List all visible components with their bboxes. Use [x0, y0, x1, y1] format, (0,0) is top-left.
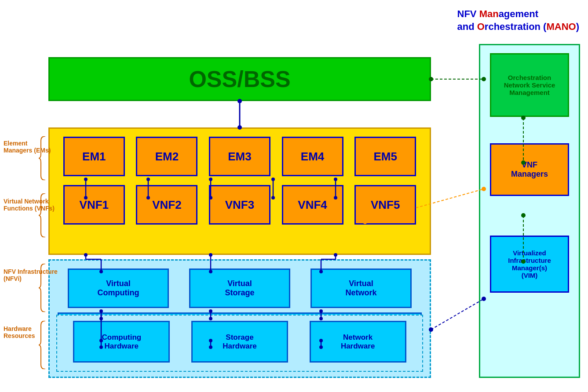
vnf-managers-label: VNFManagers [511, 160, 548, 179]
vim-label: VirtualizedInfrastructureManager(s)(VIM) [508, 249, 551, 279]
em2-box: EM2 [136, 137, 197, 176]
virtual-computing-box: VirtualComputing [68, 269, 169, 308]
hw-brace-icon [39, 321, 47, 369]
svg-line-63 [431, 299, 484, 330]
vnf5-box: VNF5 [354, 185, 416, 225]
orchestration-box: OrchestrationNetwork ServiceManagement [490, 53, 569, 117]
em3-box: EM3 [209, 137, 270, 176]
oss-bss-box: OSS/BSS [48, 57, 431, 101]
nfvi-brace-icon [39, 264, 47, 312]
computing-hw-box: ComputingHardware [73, 321, 170, 363]
orchestration-label: OrchestrationNetwork ServiceManagement [504, 74, 555, 96]
em-brace-icon [39, 136, 47, 180]
vim-box: VirtualizedInfrastructureManager(s)(VIM) [490, 236, 569, 293]
vnf-brace-icon [39, 193, 47, 237]
hw-row: ComputingHardware StorageHardware Networ… [57, 316, 422, 368]
vnf4-box: VNF4 [282, 185, 343, 225]
title-nfv: NFV [457, 8, 479, 19]
virtual-network-box: VirtualNetwork [310, 269, 412, 308]
title-close: ) [576, 21, 579, 32]
em-vnf-container: EM1 EM2 EM3 EM4 EM5 VNF1 VNF2 VNF3 VNF4 … [48, 127, 431, 255]
virtual-storage-box: VirtualStorage [189, 269, 290, 308]
vnf1-box: VNF1 [63, 185, 125, 225]
title-agement: agement [499, 8, 538, 19]
virtual-row: VirtualComputing VirtualStorage VirtualN… [50, 261, 430, 312]
nfvi-label: NFV Infrastructure(NFVi) [4, 268, 58, 282]
hw-container: ComputingHardware StorageHardware Networ… [56, 315, 423, 372]
network-hw-box: NetworkHardware [310, 321, 406, 363]
vnf2-box: VNF2 [136, 185, 197, 225]
em-row: EM1 EM2 EM3 EM4 EM5 [50, 129, 430, 178]
em1-box: EM1 [63, 137, 125, 176]
title-mano: MANO [546, 21, 576, 32]
storage-hw-box: StorageHardware [191, 321, 288, 363]
title-o: O [477, 21, 485, 32]
title-man: Man [479, 8, 499, 19]
main-container: NFV Management and Orchestration (MANO) … [0, 0, 588, 392]
title-and: and [457, 21, 477, 32]
title-area: NFV Management and Orchestration (MANO) [457, 8, 580, 33]
vnf-row: VNF1 VNF2 VNF3 VNF4 VNF5 [50, 178, 430, 232]
title-rchestration: rchestration ( [485, 21, 547, 32]
mano-container: OrchestrationNetwork ServiceManagement V… [479, 44, 580, 378]
em5-box: EM5 [354, 137, 416, 176]
vnf3-box: VNF3 [209, 185, 270, 225]
hw-label: HardwareResources [4, 325, 35, 339]
em4-box: EM4 [282, 137, 343, 176]
oss-bss-label: OSS/BSS [189, 66, 290, 92]
vnf-managers-box: VNFManagers [490, 143, 569, 196]
